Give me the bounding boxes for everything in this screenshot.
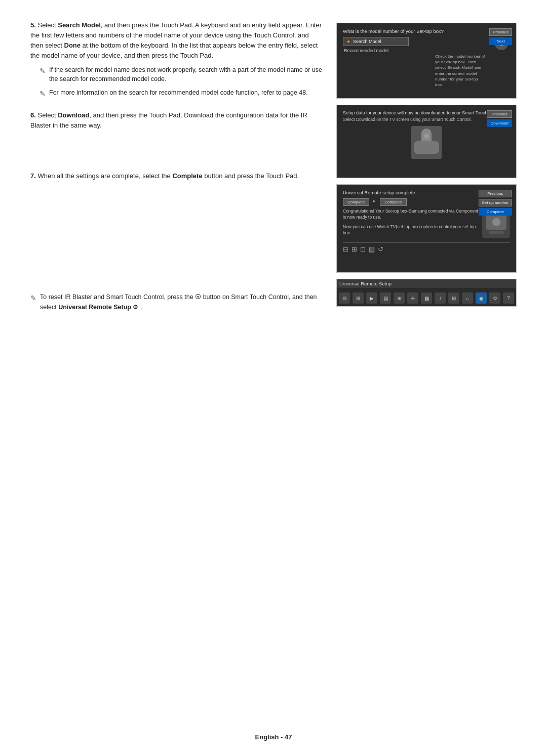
panel1-next-btn: Next [489,37,512,45]
svg-point-2 [424,134,429,139]
panel3-setup-another-btn: Set up another [479,199,512,206]
panel3-prev-btn: Previous [479,190,512,197]
panel4-icon-search: ⌕ [462,292,473,304]
note-icon-1: ✎ [40,66,46,76]
panel1-prev-btn: Previous [489,28,512,36]
note-icon-main: ✎ [30,293,36,304]
panel4-icon-remote: ◉ [476,292,487,304]
step-7: 7. When all the settings are complete, s… [30,171,322,181]
sub-bullet-1-text: If the search for model name does not wo… [49,65,322,85]
sub-bullet-2-text: For more information on the search for r… [49,88,308,98]
panel4-icon-guide: ▦ [421,292,432,304]
icon-menu: ▤ [369,245,375,253]
panel3-complete-main-btn: Complete [479,208,512,216]
sub-bullet-2: ✎ For more information on the search for… [40,88,322,99]
panel-download: Setup data for your device will now be d… [336,105,517,178]
panel-search-model: What is the model number of your Set-top… [336,23,517,99]
svg-rect-4 [489,231,504,234]
panel1-side-text: Check the model number of your Set-top b… [435,54,486,88]
step-5-bold2: Done [64,41,81,49]
panel4-icon-help: ? [503,292,514,304]
step-7-text-before-bold: When all the settings are complete, sele… [37,172,172,180]
step-6-text-before-bold: Select [37,111,58,119]
remote-symbol: ⦿ [195,293,201,301]
device-svg [484,212,509,237]
step-7-number: 7. [30,172,36,180]
panel4-title: Universal Remote Setup [337,279,516,288]
step-6-number: 6. [30,111,36,119]
panel2-title: Setup data for your device will now be d… [343,110,510,115]
panel3-buttons: Previous Set up another Complete [479,190,512,216]
panel-universal-remote-setup: Universal Remote Setup ⊟ ⊞ ▶ ▤ ⊕ ✛ ▦ 𝑖 ⊞… [336,279,517,307]
panel4-icon-tv: ⊞ [353,292,364,304]
panel1-recommended: Recommended model [343,48,491,53]
panel1-search-label: Search Model [353,39,381,44]
svg-rect-1 [414,141,439,154]
panel4-icon-movies: ▶ [366,292,377,304]
panel4-icon-info: 𝑖 [435,292,446,304]
hand-image [411,126,442,159]
panel3-watch-note: Now you can use Watch TV(set-top box) op… [343,224,478,236]
icon-home: ⊟ [343,245,348,253]
footer-text: English - 47 [255,733,292,741]
step-6: 6. Select Download, and then press the T… [30,110,322,131]
panel3-complete-btn1: Complete [343,198,369,206]
panel4-icon-settings2: ⚙ [489,292,500,304]
panel4-icon-source: ⊕ [394,292,405,304]
step-7-text-after-bold: button and press the Touch Pad. [203,172,299,180]
panel3-text-col: Congratulations! Your Set-top box-Samsun… [343,208,478,238]
sub-bullets-step5: ✎ If the search for model name does not … [40,65,322,100]
panel4-icon-home: ⊟ [339,292,350,304]
svg-point-5 [492,218,500,226]
settings-icon-inline: ⚙ [133,304,138,311]
panel3-arrow: ▸ [373,198,376,206]
note-bold2: Universal Remote Setup [58,304,131,311]
panel4-icon-list: ⊞ [448,292,459,304]
panel1-buttons: Previous Next [489,28,512,45]
panel3-bottom-icons: ⊟ ⊞ ⊡ ▤ ↺ [343,242,510,253]
step-6-bold1: Download [58,111,89,119]
sub-bullet-1: ✎ If the search for model name does not … [40,65,322,85]
panel3-complete-btn2: Complete [380,198,406,206]
icon-settings: ⊡ [360,245,366,253]
icon-back: ↺ [378,245,383,253]
panel2-subtitle: Select Download on the TV screen using y… [343,117,510,122]
step-5-number: 5. [30,21,36,29]
icon-tv: ⊞ [351,245,357,253]
step-5-text-before-bold: Select [37,21,58,29]
panel4-icon-menu: ▤ [380,292,391,304]
note-text: To reset IR Blaster and Smart Touch Cont… [40,292,322,312]
panel4-icons-row: ⊟ ⊞ ▶ ▤ ⊕ ✛ ▦ 𝑖 ⊞ ⌕ ◉ ⚙ ? [337,290,516,306]
panel2-download-btn: Download [487,119,512,127]
step-5-bold1: Search Model [58,21,101,29]
page-layout: 5. Select Search Model, and then press t… [30,20,517,312]
screenshots-column: What is the model number of your Set-top… [336,20,517,312]
panel1-title: What is the model number of your Set-top… [343,28,510,34]
panel2-prev-btn: Previous [487,110,512,118]
step-5: 5. Select Search Model, and then press t… [30,20,322,99]
panel2-buttons: Previous Download [487,110,512,127]
panel-complete: Universal Remote setup complete. Complet… [336,184,517,273]
panel1-search-field: ★ Search Model [343,37,409,46]
main-text: 5. Select Search Model, and then press t… [30,20,322,312]
hand-svg [411,126,442,159]
note-section: ✎ To reset IR Blaster and Smart Touch Co… [30,292,322,312]
panel2-image-container [343,126,510,159]
star-icon: ★ [346,39,350,44]
note-icon-2: ✎ [40,89,46,99]
step-7-bold1: Complete [172,172,202,180]
footer: English - 47 [0,733,547,741]
panel3-congratulations: Congratulations! Your Set-top box-Samsun… [343,208,478,221]
panel4-icon-plus: ✛ [407,292,418,304]
